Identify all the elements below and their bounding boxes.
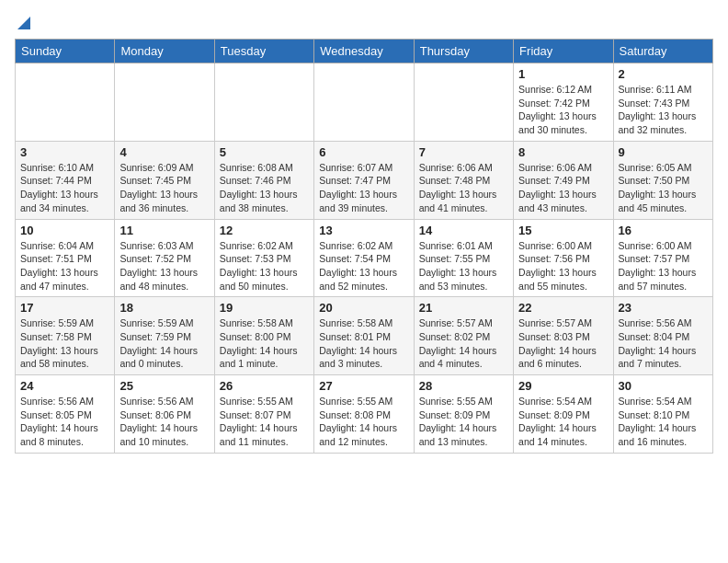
- calendar-cell: 23Sunrise: 5:56 AM Sunset: 8:04 PM Dayli…: [613, 297, 712, 375]
- day-info: Sunrise: 5:57 AM Sunset: 8:03 PM Dayligh…: [518, 316, 608, 371]
- calendar-cell: 13Sunrise: 6:02 AM Sunset: 7:54 PM Dayli…: [314, 219, 414, 297]
- calendar-cell: 11Sunrise: 6:03 AM Sunset: 7:52 PM Dayli…: [115, 219, 214, 297]
- day-info: Sunrise: 6:09 AM Sunset: 7:45 PM Dayligh…: [119, 161, 209, 215]
- day-info: Sunrise: 6:11 AM Sunset: 7:43 PM Dayligh…: [619, 83, 708, 137]
- calendar-cell: 18Sunrise: 5:59 AM Sunset: 7:59 PM Dayli…: [115, 297, 214, 375]
- calendar-header-monday: Monday: [115, 40, 214, 63]
- calendar-header-sunday: Sunday: [16, 40, 115, 63]
- calendar-cell: 7Sunrise: 6:06 AM Sunset: 7:48 PM Daylig…: [414, 141, 513, 219]
- calendar-cell: 25Sunrise: 5:56 AM Sunset: 8:06 PM Dayli…: [115, 375, 214, 454]
- day-number: 9: [619, 145, 708, 159]
- calendar-cell: 29Sunrise: 5:54 AM Sunset: 8:09 PM Dayli…: [514, 375, 613, 454]
- day-number: 22: [518, 301, 608, 315]
- day-number: 24: [20, 379, 109, 393]
- day-info: Sunrise: 5:56 AM Sunset: 8:05 PM Dayligh…: [20, 395, 109, 449]
- day-number: 23: [619, 301, 708, 315]
- day-info: Sunrise: 5:56 AM Sunset: 8:06 PM Dayligh…: [119, 395, 209, 449]
- calendar-cell: 22Sunrise: 5:57 AM Sunset: 8:03 PM Dayli…: [514, 297, 613, 375]
- day-info: Sunrise: 6:01 AM Sunset: 7:55 PM Dayligh…: [419, 239, 508, 293]
- day-info: Sunrise: 6:03 AM Sunset: 7:52 PM Dayligh…: [119, 239, 209, 293]
- day-info: Sunrise: 6:06 AM Sunset: 7:48 PM Dayligh…: [419, 161, 508, 215]
- calendar-cell: [414, 63, 513, 142]
- day-info: Sunrise: 5:55 AM Sunset: 8:07 PM Dayligh…: [220, 395, 309, 449]
- day-number: 18: [119, 301, 209, 315]
- day-number: 3: [20, 145, 109, 159]
- calendar-week-4: 17Sunrise: 5:59 AM Sunset: 7:58 PM Dayli…: [16, 297, 713, 375]
- day-number: 27: [319, 379, 408, 393]
- day-number: 21: [419, 301, 508, 315]
- calendar-cell: 28Sunrise: 5:55 AM Sunset: 8:09 PM Dayli…: [414, 375, 513, 454]
- day-number: 30: [619, 379, 708, 393]
- day-number: 4: [119, 145, 209, 159]
- day-number: 19: [220, 301, 309, 315]
- calendar-header-friday: Friday: [514, 40, 613, 63]
- day-number: 25: [119, 379, 209, 393]
- day-info: Sunrise: 6:07 AM Sunset: 7:47 PM Dayligh…: [319, 161, 408, 215]
- day-number: 11: [119, 224, 209, 237]
- calendar-cell: [214, 63, 313, 142]
- day-number: 28: [419, 379, 508, 393]
- calendar-header-saturday: Saturday: [613, 40, 712, 63]
- day-number: 17: [20, 301, 109, 315]
- day-number: 8: [518, 145, 608, 159]
- calendar-cell: [115, 63, 214, 142]
- day-number: 14: [419, 224, 508, 237]
- day-info: Sunrise: 5:58 AM Sunset: 8:01 PM Dayligh…: [319, 316, 408, 371]
- calendar-cell: 26Sunrise: 5:55 AM Sunset: 8:07 PM Dayli…: [214, 375, 313, 454]
- day-info: Sunrise: 6:02 AM Sunset: 7:54 PM Dayligh…: [319, 239, 408, 293]
- calendar-week-5: 24Sunrise: 5:56 AM Sunset: 8:05 PM Dayli…: [16, 375, 713, 454]
- calendar-cell: 12Sunrise: 6:02 AM Sunset: 7:53 PM Dayli…: [214, 219, 313, 297]
- calendar-cell: 21Sunrise: 5:57 AM Sunset: 8:02 PM Dayli…: [414, 297, 513, 375]
- calendar-cell: [16, 63, 115, 142]
- calendar-table: SundayMondayTuesdayWednesdayThursdayFrid…: [15, 39, 713, 454]
- calendar-cell: 15Sunrise: 6:00 AM Sunset: 7:56 PM Dayli…: [514, 219, 613, 297]
- day-number: 7: [419, 145, 508, 159]
- logo-triangle-icon: [16, 15, 32, 31]
- day-number: 15: [518, 224, 608, 237]
- calendar-header-row: SundayMondayTuesdayWednesdayThursdayFrid…: [16, 40, 713, 63]
- calendar-cell: 10Sunrise: 6:04 AM Sunset: 7:51 PM Dayli…: [16, 219, 115, 297]
- day-info: Sunrise: 5:55 AM Sunset: 8:09 PM Dayligh…: [419, 395, 508, 449]
- calendar-cell: 3Sunrise: 6:10 AM Sunset: 7:44 PM Daylig…: [16, 141, 115, 219]
- day-number: 29: [518, 379, 608, 393]
- day-number: 1: [518, 67, 608, 81]
- day-info: Sunrise: 5:54 AM Sunset: 8:10 PM Dayligh…: [619, 395, 708, 449]
- day-number: 2: [619, 67, 708, 81]
- calendar-cell: 2Sunrise: 6:11 AM Sunset: 7:43 PM Daylig…: [613, 63, 712, 142]
- day-info: Sunrise: 5:55 AM Sunset: 8:08 PM Dayligh…: [319, 395, 408, 449]
- calendar-cell: 8Sunrise: 6:06 AM Sunset: 7:49 PM Daylig…: [514, 141, 613, 219]
- day-info: Sunrise: 6:02 AM Sunset: 7:53 PM Dayligh…: [220, 239, 309, 293]
- day-info: Sunrise: 5:59 AM Sunset: 7:58 PM Dayligh…: [20, 316, 109, 371]
- day-number: 5: [220, 145, 309, 159]
- day-number: 10: [20, 224, 109, 237]
- calendar-cell: 19Sunrise: 5:58 AM Sunset: 8:00 PM Dayli…: [214, 297, 313, 375]
- day-info: Sunrise: 6:12 AM Sunset: 7:42 PM Dayligh…: [518, 83, 608, 137]
- day-info: Sunrise: 6:05 AM Sunset: 7:50 PM Dayligh…: [619, 161, 708, 215]
- day-info: Sunrise: 6:10 AM Sunset: 7:44 PM Dayligh…: [20, 161, 109, 215]
- calendar-header-tuesday: Tuesday: [214, 40, 313, 63]
- day-number: 13: [319, 224, 408, 237]
- day-info: Sunrise: 5:56 AM Sunset: 8:04 PM Dayligh…: [619, 316, 708, 371]
- day-number: 16: [619, 224, 708, 237]
- day-info: Sunrise: 5:57 AM Sunset: 8:02 PM Dayligh…: [419, 316, 508, 371]
- svg-marker-0: [17, 17, 30, 29]
- day-number: 12: [220, 224, 309, 237]
- calendar-cell: 9Sunrise: 6:05 AM Sunset: 7:50 PM Daylig…: [613, 141, 712, 219]
- calendar-cell: 6Sunrise: 6:07 AM Sunset: 7:47 PM Daylig…: [314, 141, 414, 219]
- calendar-cell: 4Sunrise: 6:09 AM Sunset: 7:45 PM Daylig…: [115, 141, 214, 219]
- day-info: Sunrise: 5:59 AM Sunset: 7:59 PM Dayligh…: [119, 316, 209, 371]
- calendar-cell: 14Sunrise: 6:01 AM Sunset: 7:55 PM Dayli…: [414, 219, 513, 297]
- page-header: [15, 15, 713, 28]
- calendar-cell: [314, 63, 414, 142]
- day-number: 26: [220, 379, 309, 393]
- calendar-header-wednesday: Wednesday: [314, 40, 414, 63]
- day-info: Sunrise: 6:00 AM Sunset: 7:57 PM Dayligh…: [619, 239, 708, 293]
- calendar-cell: 5Sunrise: 6:08 AM Sunset: 7:46 PM Daylig…: [214, 141, 313, 219]
- calendar-week-2: 3Sunrise: 6:10 AM Sunset: 7:44 PM Daylig…: [16, 141, 713, 219]
- day-info: Sunrise: 6:06 AM Sunset: 7:49 PM Dayligh…: [518, 161, 608, 215]
- calendar-week-1: 1Sunrise: 6:12 AM Sunset: 7:42 PM Daylig…: [16, 63, 713, 142]
- day-info: Sunrise: 6:00 AM Sunset: 7:56 PM Dayligh…: [518, 239, 608, 293]
- calendar-cell: 1Sunrise: 6:12 AM Sunset: 7:42 PM Daylig…: [514, 63, 613, 142]
- calendar-header-thursday: Thursday: [414, 40, 513, 63]
- day-info: Sunrise: 5:54 AM Sunset: 8:09 PM Dayligh…: [518, 395, 608, 449]
